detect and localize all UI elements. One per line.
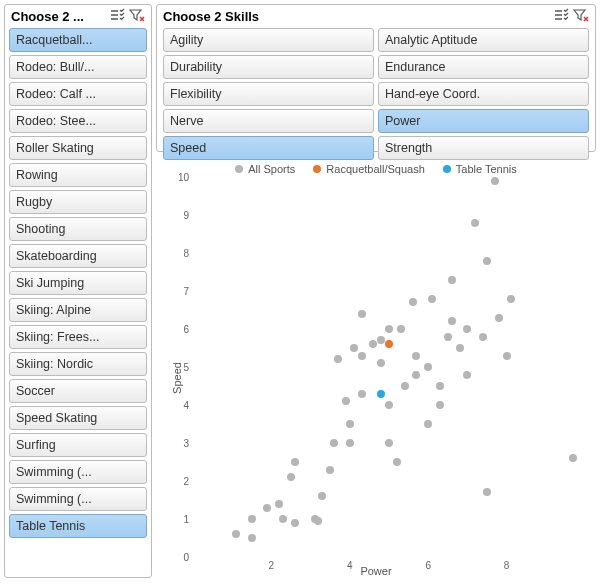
data-point[interactable] — [424, 420, 432, 428]
data-point[interactable] — [491, 177, 499, 185]
data-point[interactable] — [346, 420, 354, 428]
data-point[interactable] — [507, 295, 515, 303]
legend-dot-icon — [443, 165, 451, 173]
data-point[interactable] — [358, 390, 366, 398]
skills-slicer-grid[interactable]: AgilityAnalytic AptitudeDurabilityEndura… — [157, 25, 595, 166]
sports-item[interactable]: Skiing: Frees... — [9, 325, 147, 349]
data-point[interactable] — [358, 352, 366, 360]
sports-item[interactable]: Soccer — [9, 379, 147, 403]
data-point[interactable] — [275, 500, 283, 508]
data-point[interactable] — [248, 534, 256, 542]
data-point[interactable] — [471, 219, 479, 227]
sports-item[interactable]: Skiing: Alpine — [9, 298, 147, 322]
data-point[interactable] — [503, 352, 511, 360]
data-point[interactable] — [495, 314, 503, 322]
sports-slicer-list[interactable]: Racquetball...Rodeo: Bull/...Rodeo: Calf… — [5, 25, 151, 577]
data-point[interactable] — [369, 340, 377, 348]
data-point[interactable] — [424, 363, 432, 371]
sports-item[interactable]: Rodeo: Stee... — [9, 109, 147, 133]
data-point[interactable] — [483, 488, 491, 496]
data-point[interactable] — [342, 397, 350, 405]
sports-item[interactable]: Table Tennis — [9, 514, 147, 538]
data-point[interactable] — [248, 515, 256, 523]
data-point[interactable] — [463, 325, 471, 333]
data-point[interactable] — [385, 401, 393, 409]
y-tick: 5 — [183, 362, 189, 373]
clear-filter-icon[interactable] — [573, 8, 589, 24]
multiselect-icon[interactable] — [553, 8, 569, 24]
sports-item[interactable]: Rowing — [9, 163, 147, 187]
data-point[interactable] — [444, 333, 452, 341]
legend-label: All Sports — [248, 163, 295, 175]
sports-item[interactable]: Roller Skating — [9, 136, 147, 160]
skills-item[interactable]: Agility — [163, 28, 374, 52]
sports-item[interactable]: Speed Skating — [9, 406, 147, 430]
multiselect-icon[interactable] — [109, 8, 125, 24]
skills-item[interactable]: Hand-eye Coord. — [378, 82, 589, 106]
data-point[interactable] — [314, 517, 322, 525]
data-point[interactable] — [412, 352, 420, 360]
sports-item[interactable]: Rugby — [9, 190, 147, 214]
plot-area[interactable]: 0123456789102468 — [193, 177, 585, 557]
data-point[interactable] — [326, 466, 334, 474]
skills-item[interactable]: Power — [378, 109, 589, 133]
data-point[interactable] — [385, 439, 393, 447]
x-tick: 6 — [425, 560, 431, 571]
data-point[interactable] — [448, 276, 456, 284]
sports-item[interactable]: Skiing: Nordic — [9, 352, 147, 376]
sports-item[interactable]: Swimming (... — [9, 487, 147, 511]
skills-item[interactable]: Durability — [163, 55, 374, 79]
data-point[interactable] — [377, 390, 385, 398]
data-point[interactable] — [334, 355, 342, 363]
data-point[interactable] — [377, 336, 385, 344]
skills-item[interactable]: Flexibility — [163, 82, 374, 106]
data-point[interactable] — [385, 340, 393, 348]
legend-item[interactable]: All Sports — [235, 163, 295, 175]
data-point[interactable] — [479, 333, 487, 341]
data-point[interactable] — [483, 257, 491, 265]
data-point[interactable] — [436, 382, 444, 390]
sports-item[interactable]: Surfing — [9, 433, 147, 457]
data-point[interactable] — [287, 473, 295, 481]
data-point[interactable] — [428, 295, 436, 303]
data-point[interactable] — [385, 325, 393, 333]
sports-item[interactable]: Racquetball... — [9, 28, 147, 52]
y-tick: 1 — [183, 514, 189, 525]
data-point[interactable] — [397, 325, 405, 333]
skills-item[interactable]: Analytic Aptitude — [378, 28, 589, 52]
y-tick: 9 — [183, 210, 189, 221]
sports-item[interactable]: Rodeo: Bull/... — [9, 55, 147, 79]
data-point[interactable] — [377, 359, 385, 367]
data-point[interactable] — [346, 439, 354, 447]
data-point[interactable] — [448, 317, 456, 325]
data-point[interactable] — [263, 504, 271, 512]
data-point[interactable] — [569, 454, 577, 462]
sports-item[interactable]: Swimming (... — [9, 460, 147, 484]
sports-item[interactable]: Skateboarding — [9, 244, 147, 268]
skills-item[interactable]: Endurance — [378, 55, 589, 79]
data-point[interactable] — [409, 298, 417, 306]
skills-item[interactable]: Nerve — [163, 109, 374, 133]
sports-item[interactable]: Shooting — [9, 217, 147, 241]
data-point[interactable] — [436, 401, 444, 409]
data-point[interactable] — [291, 519, 299, 527]
data-point[interactable] — [279, 515, 287, 523]
sports-item[interactable]: Rodeo: Calf ... — [9, 82, 147, 106]
y-tick: 2 — [183, 476, 189, 487]
sports-item[interactable]: Ski Jumping — [9, 271, 147, 295]
data-point[interactable] — [412, 371, 420, 379]
legend-item[interactable]: Table Tennis — [443, 163, 517, 175]
data-point[interactable] — [330, 439, 338, 447]
clear-filter-icon[interactable] — [129, 8, 145, 24]
legend-item[interactable]: Racquetball/Squash — [313, 163, 424, 175]
chart-legend: All SportsRacquetball/SquashTable Tennis — [157, 157, 595, 177]
data-point[interactable] — [456, 344, 464, 352]
data-point[interactable] — [358, 310, 366, 318]
data-point[interactable] — [232, 530, 240, 538]
data-point[interactable] — [350, 344, 358, 352]
data-point[interactable] — [463, 371, 471, 379]
data-point[interactable] — [401, 382, 409, 390]
data-point[interactable] — [393, 458, 401, 466]
data-point[interactable] — [318, 492, 326, 500]
data-point[interactable] — [291, 458, 299, 466]
